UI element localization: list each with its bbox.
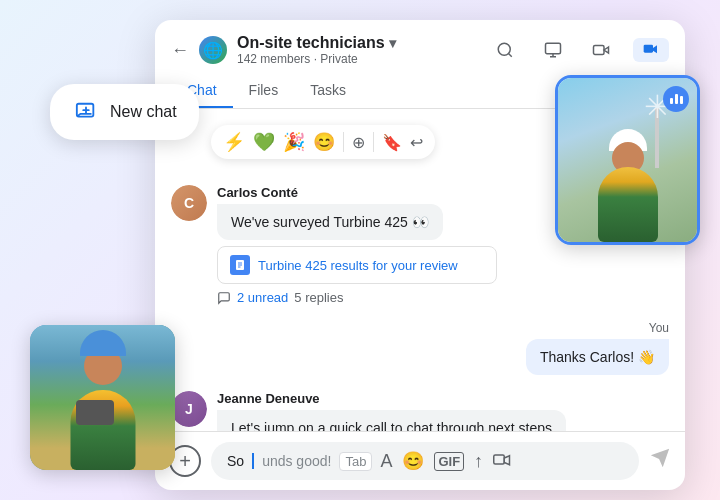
reply-count[interactable]: 5 replies: [294, 290, 343, 305]
screen-share-button[interactable]: [537, 34, 569, 66]
tab-tasks[interactable]: Tasks: [294, 74, 362, 108]
jeanne-message-content: Jeanne Deneuve Let's jump on a quick cal…: [217, 391, 669, 431]
emoji-toolbar: ⚡ 💚 🎉 😊 ⊕ 🔖 ↩: [211, 125, 435, 159]
video-call-card: ✳: [555, 75, 700, 245]
new-chat-button[interactable]: New chat: [50, 84, 199, 140]
channel-name: On-site technicians ▾: [237, 34, 479, 52]
message-reactions: 2 unread 5 replies: [217, 290, 669, 305]
new-chat-label: New chat: [110, 103, 177, 121]
input-cursor: [252, 453, 254, 469]
input-autocomplete: unds good!: [262, 453, 331, 469]
you-message-group: You Thanks Carlos! 👋: [171, 321, 669, 375]
svg-rect-6: [494, 455, 505, 464]
input-typed-text: So: [227, 453, 244, 469]
send-button[interactable]: [649, 447, 671, 475]
tab-hint: Tab: [339, 452, 372, 471]
video-message-button[interactable]: [493, 454, 511, 468]
input-row: + So unds good! Tab A 😊 GIF ↑: [169, 442, 671, 480]
upload-button[interactable]: ↑: [474, 451, 483, 472]
header-actions: [489, 34, 669, 66]
you-bubble: Thanks Carlos! 👋: [526, 339, 669, 375]
bookmark-icon[interactable]: 🔖: [382, 133, 402, 152]
toolbar-divider-2: [373, 132, 374, 152]
emoji-button[interactable]: 😊: [402, 450, 424, 472]
jeanne-text: Let's jump on a quick call to chat throu…: [217, 410, 566, 431]
reaction-bar: 2 unread 5 replies: [217, 290, 343, 305]
reply-icon[interactable]: ↩: [410, 133, 423, 152]
heart-emoji[interactable]: 💚: [253, 131, 275, 153]
doc-icon: [230, 255, 250, 275]
format-text-button[interactable]: A: [380, 451, 392, 472]
back-button[interactable]: ←: [171, 40, 189, 61]
video-card-bg: ✳: [558, 78, 697, 242]
smile-emoji[interactable]: 😊: [313, 131, 335, 153]
svg-rect-4: [644, 45, 653, 53]
carlos-avatar: C: [171, 185, 207, 221]
jeanne-name: Jeanne Deneuve: [217, 391, 669, 406]
search-button[interactable]: [489, 34, 521, 66]
channel-icon: 🌐: [199, 36, 227, 64]
svg-point-1: [498, 43, 510, 55]
left-photo-card: [30, 325, 175, 470]
carlos-text: We've surveyed Turbine 425 👀: [217, 204, 443, 240]
message-input-container[interactable]: So unds good! Tab A 😊 GIF ↑: [211, 442, 639, 480]
doc-attachment[interactable]: Turbine 425 results for your review: [217, 246, 497, 284]
video-call-button[interactable]: [633, 38, 669, 62]
field-worker-image: [30, 325, 175, 470]
toolbar-divider: [343, 132, 344, 152]
channel-info: On-site technicians ▾ 142 members · Priv…: [237, 34, 479, 66]
input-format-actions: A 😊 GIF ↑: [380, 450, 511, 472]
new-chat-icon: [72, 98, 100, 126]
channel-meta: 142 members · Private: [237, 52, 479, 66]
jeanne-message-group: J Jeanne Deneuve Let's jump on a quick c…: [171, 391, 669, 431]
gif-button[interactable]: GIF: [434, 452, 464, 471]
add-emoji-icon[interactable]: ⊕: [352, 133, 365, 152]
you-label: You: [649, 321, 669, 335]
chat-input-area: + So unds good! Tab A 😊 GIF ↑: [155, 431, 685, 490]
unread-count[interactable]: 2 unread: [237, 290, 288, 305]
audio-badge: [663, 86, 689, 112]
lightning-emoji[interactable]: ⚡: [223, 131, 245, 153]
dropdown-icon[interactable]: ▾: [389, 35, 396, 51]
svg-rect-3: [594, 46, 605, 55]
technician-figure: [583, 132, 673, 242]
jeanne-avatar: J: [171, 391, 207, 427]
svg-rect-2: [546, 43, 561, 54]
party-emoji[interactable]: 🎉: [283, 131, 305, 153]
doc-title: Turbine 425 results for your review: [258, 258, 458, 273]
tab-files[interactable]: Files: [233, 74, 295, 108]
video-meet-button[interactable]: [585, 34, 617, 66]
